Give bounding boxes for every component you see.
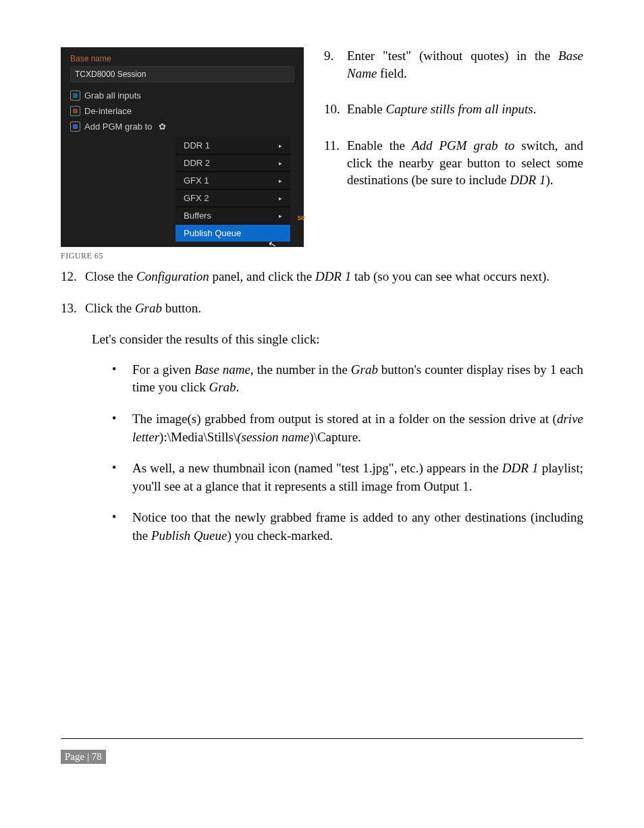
chevron-right-icon: ▸ (279, 213, 282, 219)
step-number: 12. (61, 268, 85, 286)
submenu-label: DDR 2 (184, 158, 210, 168)
deinterlace-checkbox[interactable]: De-interlace (70, 106, 294, 116)
checkbox-icon (70, 90, 80, 101)
bullet-1-text: For a given Base name, the number in the… (132, 361, 583, 397)
step-number: 10. (324, 101, 347, 118)
chevron-right-icon: ▸ (279, 142, 282, 149)
step-9-text: Enter "test" (without quotes) in the Bas… (347, 47, 583, 82)
submenu-gfx1[interactable]: GFX 1 ▸ (176, 172, 290, 190)
submenu-ddr1[interactable]: DDR 1 ▸ (176, 137, 290, 155)
submenu-label: GFX 2 (184, 193, 209, 203)
bullet-2-text: The image(s) grabbed from output is stor… (132, 410, 583, 446)
intro-text: Let's consider the results of this singl… (92, 331, 583, 349)
step-11-text: Enable the Add PGM grab to switch, and c… (347, 137, 583, 189)
bullet-4-text: Notice too that the newly grabbed frame … (132, 509, 583, 545)
deinterlace-label: De-interlace (84, 106, 132, 116)
submenu-buffers[interactable]: Buffers ▸ (176, 207, 290, 225)
base-name-label: Base name (70, 54, 294, 63)
step-number: 13. (61, 300, 85, 318)
submenu-label: Publish Queue (184, 228, 241, 238)
step-number: 11. (324, 137, 347, 189)
bullet-3-text: As well, a new thumbnail icon (named "te… (132, 460, 583, 495)
chevron-right-icon: ▸ (279, 160, 282, 167)
submenu-label: Buffers (184, 211, 211, 221)
bullet-icon: • (112, 361, 132, 397)
submenu-gfx2[interactable]: GFX 2 ▸ (176, 190, 290, 207)
submenu-label: GFX 1 (184, 175, 209, 186)
chevron-right-icon: ▸ (279, 195, 282, 202)
submenu-ddr2[interactable]: DDR 2 ▸ (176, 155, 290, 172)
grab-config-panel: Base name TCXD8000 Session Grab all inpu… (61, 47, 304, 247)
checkbox-icon (70, 106, 80, 116)
step-12-text: Close the Configuration panel, and click… (85, 268, 549, 286)
se-tag: se (297, 213, 305, 221)
bullet-icon: • (112, 509, 132, 545)
step-13-text: Click the Grab button. (85, 300, 201, 318)
chevron-right-icon: ▸ (279, 177, 282, 184)
destinations-submenu: DDR 1 ▸ DDR 2 ▸ GFX 1 ▸ GFX 2 ▸ (176, 137, 290, 242)
figure-caption: FIGURE 65 (61, 251, 304, 261)
submenu-label: DDR 1 (184, 140, 210, 150)
page-number: Page | 78 (61, 750, 106, 764)
grab-all-label: Grab all inputs (84, 90, 141, 101)
checkbox-icon (70, 121, 80, 132)
add-pgm-checkbox[interactable]: Add PGM grab to ✿ (70, 121, 294, 132)
add-pgm-label: Add PGM grab to (84, 121, 152, 132)
base-name-input[interactable]: TCXD8000 Session (70, 66, 294, 82)
bullet-icon: • (112, 410, 132, 446)
page-footer: Page | 78 (61, 738, 583, 764)
step-10-text: Enable Capture stills from all inputs. (347, 101, 536, 118)
bullet-icon: • (112, 460, 132, 495)
step-number: 9. (324, 47, 347, 82)
gear-icon[interactable]: ✿ (159, 122, 166, 131)
grab-all-inputs-checkbox[interactable]: Grab all inputs (70, 90, 294, 101)
